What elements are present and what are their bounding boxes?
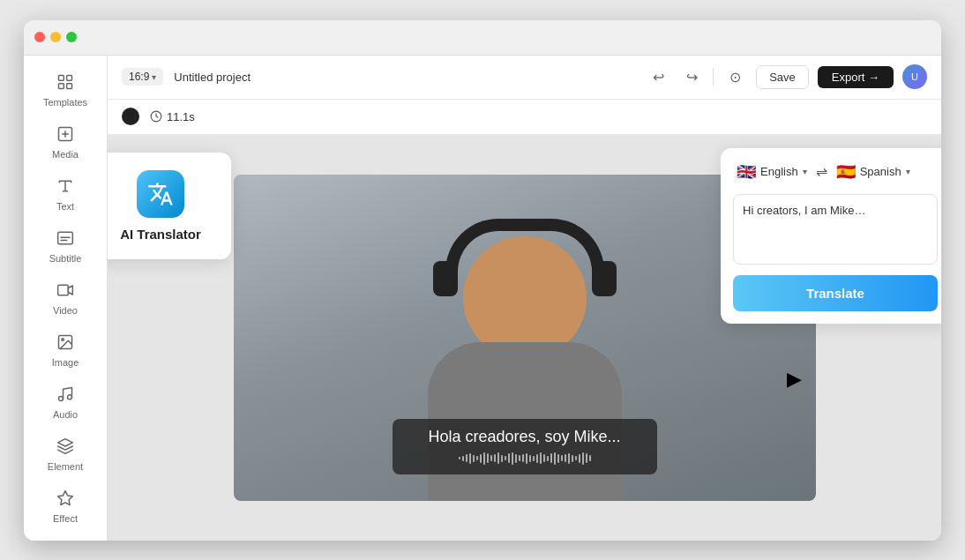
waveform-bar [589,455,591,461]
save-button[interactable]: Save [756,65,809,89]
target-chevron-icon: ▾ [906,167,910,176]
translate-button[interactable]: Translate [733,275,938,311]
element-icon [53,434,78,459]
subtitle-text: Hola creadores, soy Mike... [414,428,636,446]
translator-card: AI Translator [108,153,231,259]
subtitle-overlay: Hola creadores, soy Mike... [393,419,657,474]
translator-card-title: AI Translator [120,227,201,242]
waveform-bar [536,454,538,463]
sidebar-item-effect[interactable]: Effect [24,479,107,531]
waveform-bar [543,454,545,462]
headphone-right [592,261,617,296]
sidebar-label-audio: Audio [53,409,78,420]
target-flag-icon: 🇪🇸 [836,162,856,182]
svg-rect-10 [58,285,69,295]
image-icon [53,330,78,355]
headphone-left [433,261,458,296]
sidebar-item-image[interactable]: Image [24,323,107,375]
waveform-bar [547,456,549,461]
swap-languages-icon[interactable]: ⇌ [816,163,827,180]
waveform-bar [582,452,584,465]
user-avatar[interactable]: U [902,64,927,89]
sidebar-label-effect: Effect [53,513,78,524]
translate-input[interactable] [733,194,938,265]
project-title: Untitled project [174,71,251,84]
waveform-bar [490,455,492,461]
sidebar-item-element[interactable]: Element [24,427,107,479]
waveform-bar [476,456,478,460]
time-value: 11.1s [167,110,195,123]
source-language-label: English [760,165,798,178]
sidebar-label-video: Video [53,305,78,316]
waveform-bar [505,456,506,460]
sidebar-item-tools[interactable]: Tools [24,531,107,541]
waveform-bar [512,452,513,465]
svg-rect-1 [67,75,72,80]
waveform-bar [526,453,527,464]
waveform-bar [533,456,535,461]
source-flag-icon: 🇬🇧 [737,162,756,182]
waveform-bar [497,452,499,464]
minimize-button[interactable] [50,32,61,42]
sidebar-label-text: Text [56,201,74,212]
sidebar-item-templates[interactable]: Templates [24,63,107,115]
canvas-area: Hola creadores, soy Mike... AI Translato… [108,135,941,541]
export-button[interactable]: Export → [818,66,894,88]
waveform-bar [561,455,563,461]
sidebar-item-media[interactable]: Media [24,115,107,167]
sidebar-item-audio[interactable]: Audio [24,375,107,427]
waveform-bar [483,452,485,465]
waveform-bar [494,454,496,462]
waveform-bar [469,453,471,464]
person-face [463,236,587,360]
time-display: 11.1s [150,110,195,123]
svg-rect-3 [67,83,72,88]
video-icon [53,278,78,302]
waveform-bar [579,454,580,463]
sidebar-item-text[interactable]: Text [24,167,107,219]
tools-icon [53,538,78,541]
text-icon [53,174,78,198]
waveform-bar [575,456,577,460]
record-indicator [122,108,139,125]
waveform-bar [501,455,503,462]
sidebar-item-subtitle[interactable]: Subtitle [24,219,107,271]
waveform-bar [529,455,531,462]
effect-icon [53,486,78,511]
chevron-down-icon: ▾ [152,72,156,82]
waveform-bar [568,453,570,464]
timeline-bar: 11.1s [108,100,941,135]
titlebar [24,20,941,56]
topbar-actions: ↩ ↪ ⊙ Save Export → U [646,64,927,89]
aspect-ratio-selector[interactable]: 16:9 ▾ [122,68,163,86]
waveform-bar [519,455,520,461]
sidebar-item-video[interactable]: Video [24,271,107,323]
target-language-button[interactable]: 🇪🇸 Spanish ▾ [833,161,914,183]
redo-button[interactable]: ↪ [679,64,704,89]
waveform-bar [522,454,524,462]
translator-app-icon [137,170,184,218]
waveform-bar [586,453,587,463]
waveform-bar [466,454,468,462]
waveform-bar [550,453,552,463]
toolbar-divider [713,68,714,86]
main-layout: Templates Media Text Subti [24,56,941,541]
content-area: 16:9 ▾ Untitled project ↩ ↪ ⊙ Save Expor… [108,56,941,541]
waveform-bar [480,454,482,463]
screen-record-button[interactable]: ⊙ [722,64,747,89]
waveform-bar [473,455,475,462]
waveform-display [414,452,636,466]
fullscreen-button[interactable] [66,32,77,42]
sidebar-label-media: Media [52,149,79,160]
undo-button[interactable]: ↩ [646,64,670,89]
sidebar-label-templates: Templates [43,97,87,108]
waveform-bar [557,454,559,463]
topbar: 16:9 ▾ Untitled project ↩ ↪ ⊙ Save Expor… [108,56,941,100]
waveform-bar [515,454,517,463]
waveform-bar [508,453,510,463]
waveform-bar [554,452,556,465]
source-language-button[interactable]: 🇬🇧 English ▾ [733,161,811,183]
svg-rect-0 [59,75,64,80]
waveform-bar [565,454,566,462]
close-button[interactable] [34,32,45,42]
